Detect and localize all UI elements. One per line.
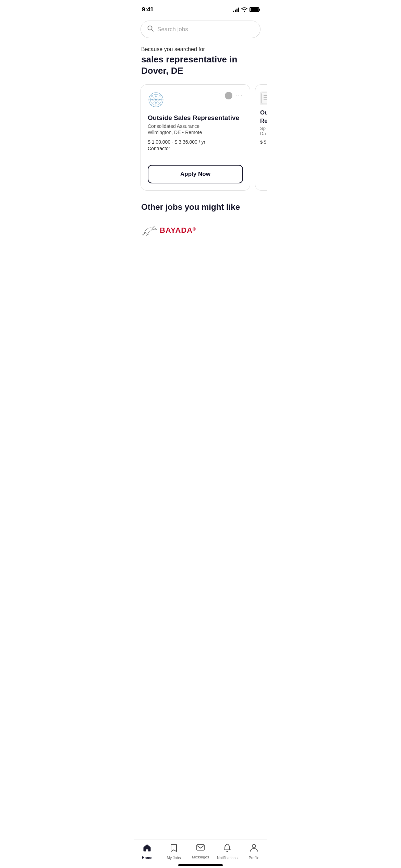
partial-title-2: Re [260, 118, 267, 124]
other-jobs-section: Other jobs you might like BAYADA® [134, 197, 267, 245]
status-bar: 9:41 [134, 0, 267, 17]
svg-point-12 [155, 99, 157, 101]
status-dot [225, 92, 232, 99]
search-result-because: Because you searched for [141, 46, 260, 52]
job-card-header: ··· [148, 92, 243, 109]
job-title: Outside Sales Representative [148, 114, 243, 122]
partial-sub-2: Da [260, 131, 267, 136]
partial-sub-1: Sp [260, 126, 267, 131]
search-placeholder: Search jobs [157, 26, 188, 33]
bayada-brand-name: BAYADA® [160, 226, 196, 235]
apply-now-button[interactable]: Apply Now [148, 165, 243, 183]
svg-point-18 [144, 233, 145, 234]
job-card-actions: ··· [225, 92, 243, 99]
status-icons [233, 7, 259, 13]
more-options-button[interactable]: ··· [235, 92, 243, 99]
partial-title-1: Ou [260, 109, 267, 116]
company-logo [148, 92, 164, 109]
search-result-section: Because you searched for sales represent… [134, 44, 267, 81]
partial-salary: $ 5 [260, 140, 267, 145]
battery-icon [250, 7, 259, 12]
search-bar[interactable]: Search jobs [141, 21, 260, 38]
partial-company-logo [260, 92, 267, 105]
other-jobs-title: Other jobs you might like [141, 202, 260, 212]
svg-rect-13 [262, 93, 267, 104]
svg-point-19 [145, 232, 146, 233]
status-time: 9:41 [142, 6, 154, 13]
job-card-primary: ··· Outside Sales Representative Consoli… [141, 84, 250, 191]
company-name: Consolidated Assurance [148, 123, 243, 129]
job-location: Wilmington, DE • Remote [148, 130, 243, 135]
job-cards-scroll: ··· Outside Sales Representative Consoli… [134, 81, 267, 197]
svg-line-1 [151, 29, 153, 31]
bayada-card[interactable]: BAYADA® [141, 219, 260, 242]
search-container: Search jobs [134, 17, 267, 44]
job-card-partial: Ou Re Sp Da $ 5 [255, 84, 267, 191]
wifi-icon [241, 7, 247, 13]
search-result-query: sales representative in Dover, DE [141, 54, 260, 76]
job-salary: $ 1,00,000 - $ 3,36,000 / yr [148, 139, 243, 145]
svg-point-17 [143, 234, 144, 235]
job-type: Contractor [148, 146, 243, 151]
signal-icon [233, 7, 239, 12]
bayada-logo: BAYADA® [141, 224, 196, 237]
search-icon [147, 25, 154, 34]
